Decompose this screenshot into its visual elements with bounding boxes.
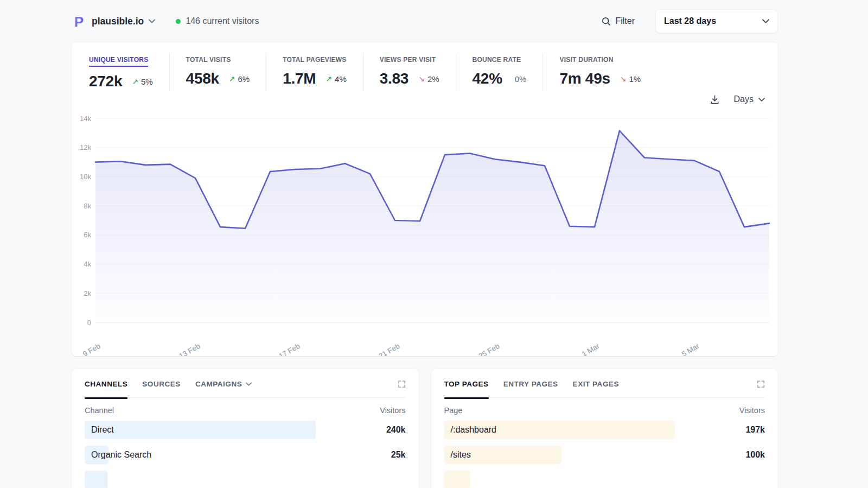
svg-text:5 Mar: 5 Mar	[680, 341, 701, 356]
stat-value: 42%	[473, 70, 502, 87]
row-bar	[85, 471, 108, 488]
trend-up-icon: ↗	[132, 78, 138, 85]
chart-toolbar: Days	[72, 92, 778, 106]
header-right: Filter Last 28 days	[602, 9, 778, 33]
page: P plausible.io 146 current visitors Filt…	[72, 0, 778, 488]
tab-channels[interactable]: CHANNELS	[85, 380, 127, 388]
svg-text:4k: 4k	[84, 260, 91, 268]
stat-change: ↗ 4%	[326, 74, 346, 84]
svg-text:9 Feb: 9 Feb	[81, 342, 101, 356]
stat-label: VISIT DURATION	[559, 56, 613, 64]
tab-exit-pages[interactable]: EXIT PAGES	[573, 380, 619, 388]
channels-panel: CHANNELS SOURCES CAMPAIGNS Channel Visit…	[72, 369, 419, 488]
stat-total-pageviews[interactable]: TOTAL PAGEVIEWS 1.7M ↗ 4%	[266, 53, 363, 91]
stat-value: 272k	[89, 73, 122, 90]
stat-label: UNIQUE VISITORS	[89, 56, 148, 67]
svg-text:25 Feb: 25 Feb	[477, 342, 501, 356]
row-value: 240k	[386, 425, 406, 435]
channels-table-header: Channel Visitors	[85, 406, 406, 415]
svg-text:0: 0	[87, 319, 91, 327]
svg-text:6k: 6k	[84, 231, 91, 239]
visitors-chart[interactable]: 02k4k6k8k10k12k14k9 Feb13 Feb17 Feb21 Fe…	[72, 106, 778, 356]
stat-change: ↗ 6%	[229, 74, 250, 84]
table-row[interactable]: Direct 240k	[85, 421, 406, 439]
trend-down-icon: ↘	[418, 75, 425, 83]
date-range-select[interactable]: Last 28 days	[655, 9, 778, 33]
tab-entry-pages[interactable]: ENTRY PAGES	[503, 380, 558, 388]
svg-text:13 Feb: 13 Feb	[178, 342, 202, 356]
row-label[interactable]: /sites	[451, 450, 471, 460]
expand-icon[interactable]	[757, 380, 765, 388]
row-label[interactable]: Organic Search	[91, 450, 151, 460]
row-value: 100k	[745, 450, 765, 460]
analytics-card: UNIQUE VISITORS 272k ↗ 5% TOTAL VISITS 4…	[72, 42, 778, 356]
svg-text:17 Feb: 17 Feb	[278, 342, 302, 356]
channels-tabs: CHANNELS SOURCES CAMPAIGNS	[85, 380, 406, 398]
tab-campaigns[interactable]: CAMPAIGNS	[195, 380, 252, 388]
column-label: Channel	[85, 406, 114, 415]
interval-value: Days	[734, 94, 754, 104]
date-range-value: Last 28 days	[664, 16, 716, 26]
row-bar	[444, 471, 471, 488]
live-dot-icon	[176, 19, 181, 24]
table-row[interactable]	[444, 471, 765, 488]
tab-top-pages[interactable]: TOP PAGES	[444, 380, 489, 388]
stat-value: 1.7M	[283, 70, 316, 87]
table-row[interactable]: /sites 100k	[444, 446, 765, 464]
row-value: 197k	[745, 425, 765, 435]
svg-text:1 Mar: 1 Mar	[580, 341, 601, 356]
filter-button[interactable]: Filter	[602, 16, 635, 26]
table-row[interactable]: /:dashboard 197k	[444, 421, 765, 439]
stat-visit-duration[interactable]: VISIT DURATION 7m 49s ↘ 1%	[542, 53, 657, 91]
trend-up-icon: ↗	[229, 75, 235, 83]
svg-text:P: P	[74, 14, 84, 29]
plausible-logo: P	[72, 14, 86, 29]
site-name[interactable]: plausible.io	[92, 16, 144, 27]
stat-unique-visitors[interactable]: UNIQUE VISITORS 272k ↗ 5%	[85, 53, 169, 91]
stat-change: ↘ 2%	[418, 74, 439, 84]
stat-bounce-rate[interactable]: BOUNCE RATE 42% 0%	[456, 53, 543, 91]
header-left: P plausible.io 146 current visitors	[72, 14, 259, 29]
svg-text:10k: 10k	[80, 173, 91, 181]
download-icon[interactable]	[710, 94, 720, 105]
stat-value: 7m 49s	[559, 70, 610, 87]
table-row[interactable]	[85, 471, 406, 488]
stat-label: TOTAL VISITS	[186, 56, 231, 64]
chevron-down-icon	[758, 98, 765, 102]
stat-label: VIEWS PER VISIT	[380, 56, 436, 64]
chevron-down-icon[interactable]	[149, 19, 155, 23]
chevron-down-icon	[246, 382, 252, 386]
stat-views-per-visit[interactable]: VIEWS PER VISIT 3.83 ↘ 2%	[363, 53, 456, 91]
stats-row: UNIQUE VISITORS 272k ↗ 5% TOTAL VISITS 4…	[72, 53, 778, 91]
svg-text:12k: 12k	[80, 143, 91, 151]
row-bar	[85, 421, 316, 439]
row-label[interactable]: Direct	[91, 425, 114, 435]
current-visitors[interactable]: 146 current visitors	[176, 16, 259, 26]
stat-label: BOUNCE RATE	[473, 56, 521, 64]
svg-text:21 Feb: 21 Feb	[378, 342, 401, 356]
stat-value: 3.83	[380, 70, 409, 87]
chevron-down-icon	[762, 19, 769, 23]
svg-text:2k: 2k	[84, 289, 91, 297]
column-label: Page	[444, 406, 463, 415]
interval-select[interactable]: Days	[734, 94, 765, 104]
row-label[interactable]: /:dashboard	[451, 425, 497, 435]
area-chart: 02k4k6k8k10k12k14k9 Feb13 Feb17 Feb21 Fe…	[79, 111, 770, 356]
trend-up-icon: ↗	[326, 75, 332, 83]
header: P plausible.io 146 current visitors Filt…	[72, 0, 778, 42]
pages-table-header: Page Visitors	[444, 406, 765, 415]
column-value: Visitors	[739, 406, 765, 415]
stat-total-visits[interactable]: TOTAL VISITS 458k ↗ 6%	[169, 53, 266, 91]
stat-label: TOTAL PAGEVIEWS	[283, 56, 346, 64]
breakdown-panels: CHANNELS SOURCES CAMPAIGNS Channel Visit…	[72, 369, 778, 488]
stat-value: 458k	[186, 70, 219, 87]
svg-text:14k: 14k	[80, 115, 91, 123]
current-visitors-label: 146 current visitors	[186, 16, 259, 26]
stat-change: ↗ 5%	[132, 77, 152, 86]
pages-panel: TOP PAGES ENTRY PAGES EXIT PAGES Page Vi…	[431, 369, 778, 488]
pages-tabs: TOP PAGES ENTRY PAGES EXIT PAGES	[444, 380, 765, 398]
table-row[interactable]: Organic Search 25k	[85, 446, 406, 464]
trend-down-icon: ↘	[620, 75, 627, 83]
tab-sources[interactable]: SOURCES	[142, 380, 181, 388]
expand-icon[interactable]	[398, 380, 406, 388]
